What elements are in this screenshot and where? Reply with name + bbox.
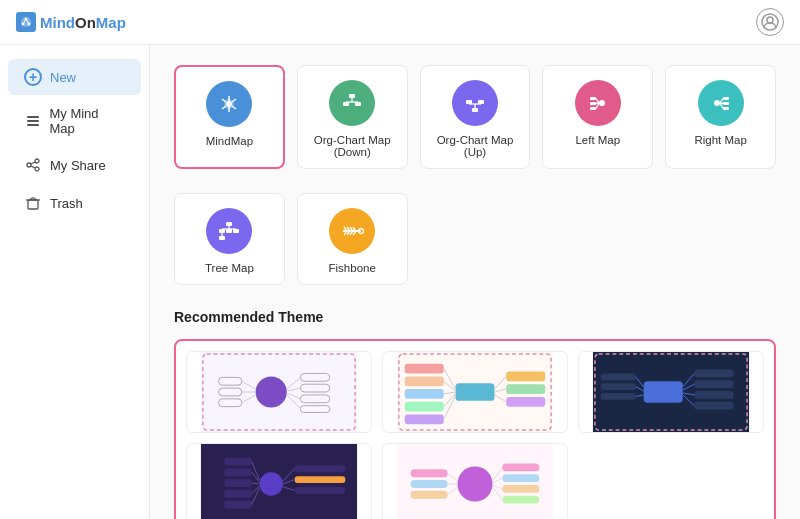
sidebar-item-new[interactable]: + New: [8, 59, 141, 95]
svg-rect-54: [226, 222, 232, 226]
left-map-label: Left Map: [575, 134, 620, 146]
templates-row1: MindMap Org-Chart Map (Down): [174, 65, 776, 169]
org-chart-up-icon: [452, 80, 498, 126]
mindmap-icon: [206, 81, 252, 127]
svg-rect-113: [694, 402, 733, 410]
logo-icon: [16, 12, 36, 32]
svg-rect-112: [694, 391, 733, 399]
sidebar-item-trash[interactable]: Trash: [8, 185, 141, 221]
template-fishbone[interactable]: Fishbone: [297, 193, 408, 285]
template-right-map[interactable]: Right Map: [665, 65, 776, 169]
right-map-icon: [698, 80, 744, 126]
svg-point-144: [457, 466, 492, 501]
svg-rect-41: [590, 97, 596, 100]
svg-rect-131: [224, 501, 251, 509]
sidebar-item-my-share-label: My Share: [50, 158, 106, 173]
svg-rect-93: [405, 402, 444, 412]
svg-line-24: [232, 99, 236, 102]
sidebar-item-trash-label: Trash: [50, 196, 83, 211]
svg-rect-149: [411, 469, 448, 477]
svg-rect-129: [224, 479, 251, 487]
mindmap-label: MindMap: [206, 135, 253, 147]
svg-rect-10: [27, 124, 39, 126]
left-map-icon: [575, 80, 621, 126]
svg-point-40: [599, 100, 605, 106]
svg-point-73: [256, 376, 287, 407]
sidebar: + New My Mind Map: [0, 45, 150, 519]
svg-rect-92: [405, 389, 444, 399]
svg-rect-43: [590, 107, 596, 110]
svg-rect-16: [28, 200, 38, 209]
svg-rect-145: [502, 464, 539, 472]
svg-rect-115: [601, 383, 636, 390]
sidebar-item-my-mind-map[interactable]: My Mind Map: [8, 97, 141, 145]
template-left-map[interactable]: Left Map: [542, 65, 653, 169]
svg-rect-8: [27, 116, 39, 118]
svg-rect-29: [349, 94, 355, 98]
svg-rect-128: [224, 468, 251, 476]
svg-rect-151: [411, 491, 448, 499]
logo-map: Map: [96, 14, 126, 31]
svg-point-47: [714, 100, 720, 106]
svg-line-14: [31, 162, 35, 164]
logo-on: On: [75, 14, 96, 31]
recommended-title: Recommended Theme: [174, 309, 776, 325]
theme-card-dark-purple[interactable]: [186, 443, 372, 519]
svg-rect-139: [295, 487, 346, 494]
template-org-chart-up[interactable]: Org-Chart Map (Up): [420, 65, 531, 169]
right-map-label: Right Map: [694, 134, 746, 146]
content-area: MindMap Org-Chart Map (Down): [150, 45, 800, 519]
recommended-section: Recommended Theme: [174, 309, 776, 519]
org-chart-up-label: Org-Chart Map (Up): [431, 134, 520, 158]
svg-rect-96: [506, 372, 545, 382]
svg-line-51: [720, 99, 723, 104]
svg-rect-147: [502, 485, 539, 493]
svg-rect-127: [224, 458, 251, 466]
fishbone-label: Fishbone: [329, 262, 376, 274]
svg-line-44: [596, 99, 599, 104]
svg-rect-91: [405, 376, 444, 386]
svg-rect-130: [224, 490, 251, 498]
svg-point-7: [767, 17, 773, 23]
svg-rect-9: [27, 120, 39, 122]
svg-rect-137: [295, 465, 346, 472]
fishbone-icon: [329, 208, 375, 254]
svg-line-25: [232, 106, 236, 109]
svg-rect-58: [219, 236, 225, 240]
svg-rect-110: [694, 370, 733, 378]
svg-line-28: [222, 99, 226, 102]
svg-point-13: [35, 167, 39, 171]
main-layout: + New My Mind Map: [0, 45, 800, 519]
sidebar-item-my-share[interactable]: My Share: [8, 147, 141, 183]
svg-rect-95: [455, 383, 494, 401]
svg-point-22: [226, 101, 232, 107]
svg-rect-114: [601, 373, 636, 380]
template-mindmap[interactable]: MindMap: [174, 65, 285, 169]
themes-grid: [174, 339, 776, 519]
app-header: MindOnMap: [0, 0, 800, 45]
svg-rect-150: [411, 480, 448, 488]
app-logo: MindOnMap: [16, 12, 126, 32]
org-chart-down-icon: [329, 80, 375, 126]
theme-card-light-purple[interactable]: [186, 351, 372, 433]
theme-card-dark-blue[interactable]: [578, 351, 764, 433]
theme-card-colorful[interactable]: [382, 351, 568, 433]
plus-icon: +: [24, 68, 42, 86]
svg-point-12: [27, 163, 31, 167]
svg-rect-42: [590, 102, 596, 105]
svg-rect-50: [723, 107, 729, 110]
template-org-chart-down[interactable]: Org-Chart Map (Down): [297, 65, 408, 169]
svg-point-11: [35, 159, 39, 163]
user-avatar[interactable]: [756, 8, 784, 36]
svg-rect-138: [295, 476, 346, 483]
logo-mind: Mind: [40, 14, 75, 31]
svg-rect-49: [723, 102, 729, 105]
svg-rect-97: [506, 384, 545, 394]
template-tree-map[interactable]: Tree Map: [174, 193, 285, 285]
svg-rect-90: [405, 364, 444, 374]
svg-rect-98: [506, 397, 545, 407]
theme-card-pink-purple[interactable]: [382, 443, 568, 519]
templates-row2: Tree Map: [174, 193, 776, 285]
svg-rect-94: [405, 414, 444, 424]
tree-map-icon: [206, 208, 252, 254]
